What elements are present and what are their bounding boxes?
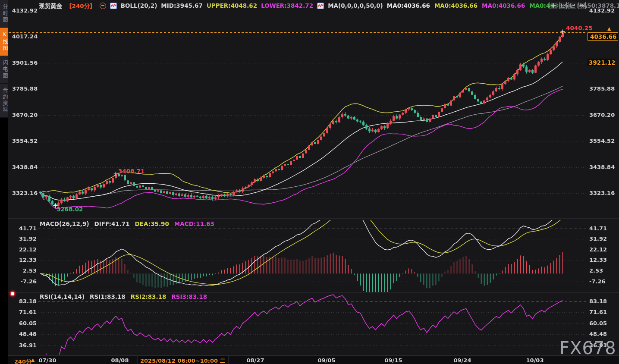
sidebar: 分时图K线图闪电图合约资料 bbox=[0, 0, 8, 364]
time-range-box: 2025/08/12 06:00~10:00 二 bbox=[137, 356, 229, 364]
time-axis-bar: 240分 ▲ 2025/08/12 06:00~10:00 二 07/3008/… bbox=[0, 355, 619, 364]
chart-canvas[interactable] bbox=[0, 0, 619, 364]
date-label: 08/27 bbox=[247, 357, 264, 364]
period-expand-icon[interactable]: ▲ bbox=[31, 357, 35, 363]
boll-indicator-icon[interactable] bbox=[110, 3, 117, 9]
panel-separator bbox=[8, 292, 619, 293]
indicator-menu-icon[interactable] bbox=[100, 3, 106, 9]
date-label: 10/03 bbox=[526, 357, 544, 364]
period-label[interactable]: 【240分】 bbox=[66, 1, 96, 10]
panel-separator bbox=[8, 218, 619, 219]
sidebar-tab-2[interactable]: 闪电图 bbox=[0, 56, 8, 84]
date-label: 09/05 bbox=[318, 357, 336, 364]
period-badge[interactable]: 240分 bbox=[14, 357, 31, 364]
boll-label: BOLL(20,2) bbox=[121, 2, 157, 9]
goto-latest-icon[interactable] bbox=[578, 2, 586, 9]
sidebar-tab-0[interactable]: 分时图 bbox=[0, 0, 8, 28]
boll-upper-value: UPPER:4048.62 bbox=[207, 2, 257, 9]
record-dot-icon[interactable] bbox=[9, 290, 16, 297]
ma-value-0: MA0:4036.66 bbox=[387, 2, 430, 9]
date-label: 09/15 bbox=[385, 357, 402, 364]
scale-out-icon[interactable] bbox=[559, 2, 567, 9]
chart-toolbar bbox=[550, 2, 586, 9]
symbol-title: 现货黄金 bbox=[39, 1, 62, 10]
chart-header: 现货黄金 【240分】 BOLL(20,2) MID:3945.67 UPPER… bbox=[39, 1, 619, 10]
boll-lower-value: LOWER:3842.72 bbox=[261, 2, 313, 9]
date-label: 07/30 bbox=[39, 357, 57, 364]
sidebar-tab-1[interactable]: K线图 bbox=[0, 28, 8, 56]
sidebar-tab-3[interactable]: 合约资料 bbox=[0, 84, 8, 118]
crosshair-move-icon[interactable] bbox=[550, 2, 557, 9]
ma-value-2: MA0:4036.66 bbox=[482, 2, 525, 9]
date-label: 08/08 bbox=[111, 357, 129, 364]
scale-in-icon[interactable] bbox=[569, 2, 576, 9]
ma-indicator-icon[interactable] bbox=[317, 3, 324, 9]
boll-mid-value: MID:3945.67 bbox=[161, 2, 203, 9]
trading-terminal: 分时图K线图闪电图合约资料 现货黄金 【240分】 BOLL(20,2) MID… bbox=[0, 0, 619, 364]
ma-value-1: MA0:4036.66 bbox=[434, 2, 478, 9]
date-label: 09/24 bbox=[454, 357, 471, 364]
ma-label: MA(0,0,0,0,50,0) bbox=[328, 2, 383, 9]
